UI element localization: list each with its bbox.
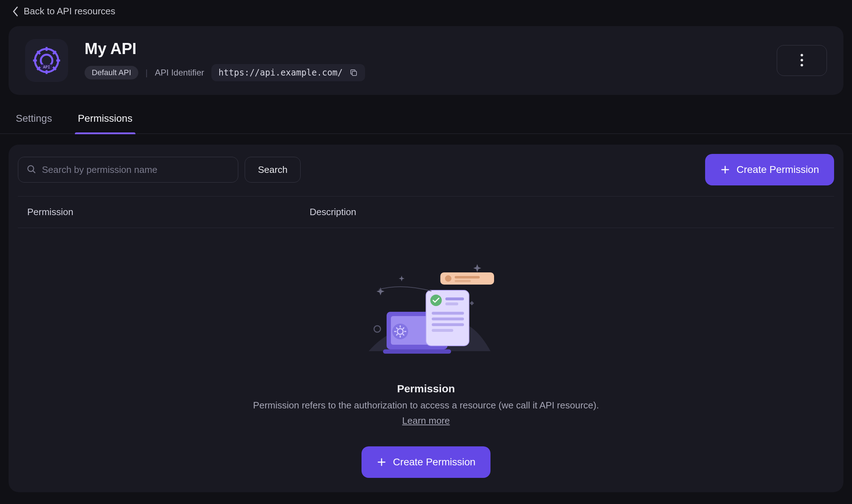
default-api-badge: Default API bbox=[85, 66, 138, 79]
svg-point-6 bbox=[801, 59, 803, 61]
svg-rect-22 bbox=[432, 312, 464, 315]
content-card: Search Create Permission Permission Desc… bbox=[9, 145, 843, 492]
svg-rect-21 bbox=[445, 302, 458, 305]
svg-rect-4 bbox=[352, 71, 356, 76]
svg-rect-24 bbox=[432, 323, 464, 326]
tab-settings[interactable]: Settings bbox=[13, 105, 55, 134]
svg-point-27 bbox=[445, 275, 451, 282]
svg-rect-23 bbox=[432, 318, 464, 320]
api-gear-icon: API bbox=[30, 44, 63, 77]
back-link[interactable]: Back to API resources bbox=[0, 0, 852, 23]
empty-illustration bbox=[358, 262, 494, 356]
plus-icon bbox=[720, 165, 730, 175]
svg-line-9 bbox=[33, 171, 35, 173]
svg-point-5 bbox=[801, 54, 803, 56]
header-meta: Default API | API Identifier https://api… bbox=[85, 64, 365, 81]
col-permission: Permission bbox=[27, 207, 310, 218]
learn-more-link[interactable]: Learn more bbox=[402, 415, 450, 426]
empty-subtitle: Permission refers to the authorization t… bbox=[253, 400, 599, 411]
svg-rect-29 bbox=[455, 280, 471, 282]
svg-rect-14 bbox=[383, 349, 451, 354]
identifier-value: https://api.example.com/ bbox=[219, 68, 343, 78]
svg-point-30 bbox=[374, 326, 380, 332]
meta-divider: | bbox=[145, 68, 148, 78]
search-button[interactable]: Search bbox=[245, 157, 301, 183]
api-title: My API bbox=[85, 40, 365, 58]
identifier-chip: https://api.example.com/ bbox=[211, 64, 365, 81]
copy-icon[interactable] bbox=[349, 68, 358, 77]
more-actions-button[interactable] bbox=[777, 45, 827, 76]
header-card: API My API Default API | API Identifier … bbox=[9, 26, 843, 95]
empty-create-permission-button[interactable]: Create Permission bbox=[362, 446, 490, 478]
search-input-wrap[interactable] bbox=[18, 157, 238, 183]
table-header: Permission Description bbox=[18, 196, 834, 228]
svg-text:API: API bbox=[43, 65, 50, 69]
svg-point-7 bbox=[801, 64, 803, 66]
empty-title: Permission bbox=[397, 383, 455, 395]
identifier-label: API Identifier bbox=[155, 68, 204, 78]
tab-permissions[interactable]: Permissions bbox=[75, 105, 135, 134]
plus-icon bbox=[377, 457, 387, 467]
col-description: Description bbox=[310, 207, 834, 218]
api-avatar: API bbox=[25, 39, 68, 82]
header-main: My API Default API | API Identifier http… bbox=[85, 40, 365, 81]
kebab-icon bbox=[800, 53, 804, 68]
svg-rect-28 bbox=[455, 276, 480, 278]
empty-state: Permission Permission refers to the auth… bbox=[18, 228, 834, 478]
search-input[interactable] bbox=[42, 164, 230, 175]
toolbar: Search Create Permission bbox=[18, 154, 834, 185]
empty-create-permission-label: Create Permission bbox=[393, 456, 475, 468]
svg-rect-20 bbox=[445, 297, 464, 300]
create-permission-label: Create Permission bbox=[737, 164, 819, 175]
chevron-left-icon bbox=[12, 6, 19, 17]
create-permission-button[interactable]: Create Permission bbox=[705, 154, 834, 185]
search-icon bbox=[26, 164, 36, 175]
svg-rect-25 bbox=[432, 329, 453, 332]
back-link-label: Back to API resources bbox=[24, 6, 115, 17]
tabs: Settings Permissions bbox=[0, 105, 852, 134]
